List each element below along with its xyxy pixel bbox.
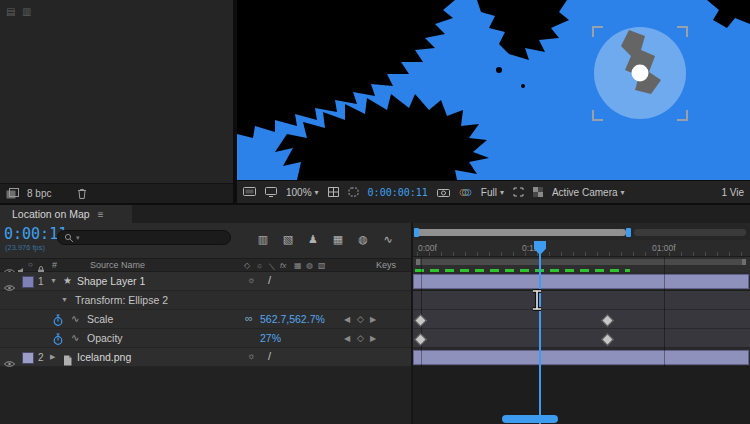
- timeline-zoom-scrollbar-thumb[interactable]: [502, 415, 558, 423]
- switch-col-rasterize-icon: ☼: [256, 261, 263, 270]
- prev-keyframe-icon[interactable]: ◀: [344, 315, 350, 324]
- island-dot-2: [521, 84, 525, 88]
- row-separator: [413, 290, 750, 291]
- twirl-closed-icon[interactable]: ▶: [50, 353, 55, 361]
- transparency-grid-icon[interactable]: [533, 187, 543, 197]
- draft-3d-icon[interactable]: ▧: [278, 231, 298, 247]
- map-location-dot[interactable]: [632, 65, 649, 82]
- search-icon: [64, 233, 74, 243]
- column-keys: Keys: [376, 260, 396, 270]
- layer-row-iceland-png[interactable]: 2 ▶ Iceland.png ☼ /: [0, 348, 411, 367]
- work-area-end-handle[interactable]: [742, 259, 746, 265]
- ruler-label-2: 01:00f: [652, 243, 676, 253]
- work-area-bar[interactable]: [416, 259, 746, 265]
- quality-switch[interactable]: /: [268, 350, 271, 362]
- work-area-start-handle[interactable]: [416, 259, 420, 265]
- view-layout-dropdown[interactable]: 1 Vie: [721, 187, 744, 198]
- mini-flowchart-icon[interactable]: ▥: [253, 231, 273, 247]
- navigator-start-handle[interactable]: [414, 228, 419, 237]
- track-rows-properties[interactable]: [413, 291, 750, 348]
- time-ruler[interactable]: [413, 240, 750, 257]
- ruler-label-0: 0:00f: [418, 243, 437, 253]
- mask-visibility-icon[interactable]: [348, 187, 359, 197]
- next-keyframe-icon[interactable]: ▶: [370, 315, 376, 324]
- property-name[interactable]: Opacity: [87, 332, 123, 344]
- frame-rate-label: (23.976 fps): [5, 243, 45, 252]
- layer-name[interactable]: Iceland.png: [77, 351, 131, 363]
- scale-value[interactable]: 562.7,562.7%: [260, 313, 325, 325]
- layer-row-shape-layer-1[interactable]: 1 ▼ ★ Shape Layer 1 ☼ /: [0, 272, 411, 291]
- navigator-end-handle[interactable]: [626, 228, 631, 237]
- main-monitor-icon[interactable]: [265, 187, 277, 197]
- collapse-transformations-switch[interactable]: ☼: [247, 275, 255, 285]
- layer-color-chip[interactable]: [22, 276, 34, 288]
- composition-viewport[interactable]: [237, 0, 750, 180]
- trash-icon[interactable]: [77, 188, 87, 199]
- magnification-dropdown[interactable]: 100% ▾: [286, 187, 319, 198]
- layer-duration-bar-shape-layer-1[interactable]: [413, 274, 749, 289]
- timeline-search-input[interactable]: ▾: [57, 230, 231, 245]
- shy-layers-icon[interactable]: ♟: [303, 231, 323, 247]
- graph-editor-set-icon[interactable]: ∿: [71, 332, 79, 343]
- constrain-proportions-icon[interactable]: ∞: [245, 312, 253, 324]
- group-row-transform-ellipse-2[interactable]: ▼ Transform: Ellipse 2: [0, 291, 411, 310]
- add-keyframe-icon[interactable]: ◇: [357, 314, 364, 324]
- camera-view-value: Active Camera: [552, 187, 618, 198]
- grid-guides-icon[interactable]: [328, 187, 339, 197]
- layer-color-chip[interactable]: [22, 352, 34, 364]
- row-separator: [413, 347, 750, 348]
- project-panel-tab-icon[interactable]: ▤: [6, 6, 15, 17]
- group-name[interactable]: Transform: Ellipse 2: [75, 294, 168, 306]
- panel-menu-icon[interactable]: ≡: [98, 209, 104, 220]
- project-panel-tab-icon-2[interactable]: ▥: [22, 6, 31, 17]
- row-separator: [413, 328, 750, 329]
- property-row-scale[interactable]: ∿ Scale ∞ 562.7,562.7% ◀ ◇ ▶: [0, 310, 411, 329]
- chevron-down-icon: ▾: [500, 188, 504, 197]
- search-options-caret-icon[interactable]: ▾: [76, 234, 80, 242]
- current-time-indicator-line[interactable]: [539, 241, 541, 424]
- timeline-left-empty-area: [0, 367, 411, 424]
- always-preview-icon[interactable]: [243, 187, 256, 197]
- property-row-opacity[interactable]: ∿ Opacity 27% ◀ ◇ ▶: [0, 329, 411, 348]
- twirl-open-icon[interactable]: ▼: [50, 277, 57, 284]
- graph-editor-set-icon[interactable]: ∿: [71, 313, 79, 324]
- show-channels-icon[interactable]: [459, 188, 472, 197]
- 3d-view-dropdown[interactable]: Active Camera ▾: [552, 187, 625, 198]
- time-navigator-track[interactable]: [634, 229, 746, 236]
- view-layout-value: 1 Vie: [721, 187, 744, 198]
- collapse-transformations-switch[interactable]: ☼: [247, 351, 255, 361]
- layer-name[interactable]: Shape Layer 1: [77, 275, 145, 287]
- add-keyframe-icon[interactable]: ◇: [357, 333, 364, 343]
- opacity-value[interactable]: 27%: [260, 332, 281, 344]
- snapshot-camera-icon[interactable]: [437, 188, 450, 197]
- region-of-interest-icon[interactable]: [513, 187, 524, 197]
- resolution-dropdown[interactable]: Full ▾: [481, 187, 504, 198]
- motion-blur-icon[interactable]: ◍: [353, 231, 373, 247]
- chevron-down-icon: ▾: [621, 188, 625, 197]
- color-depth-icon[interactable]: [6, 188, 19, 199]
- time-navigator-thumb[interactable]: [416, 229, 626, 236]
- shape-layer-icon: ★: [63, 275, 72, 286]
- landmass-top-right: [707, 0, 750, 28]
- column-source-name[interactable]: Source Name: [90, 260, 145, 270]
- timeline-tabbar: Location on Map ≡: [0, 205, 750, 223]
- viewer-timecode[interactable]: 0:00:00:11: [368, 187, 428, 198]
- island-dot: [496, 67, 502, 73]
- frame-blending-icon[interactable]: ▦: [328, 231, 348, 247]
- prev-keyframe-icon[interactable]: ◀: [344, 334, 350, 343]
- property-name[interactable]: Scale: [87, 313, 113, 325]
- switch-col-frame-blend-icon: ▦: [294, 261, 302, 270]
- graph-editor-icon[interactable]: ∿: [378, 231, 398, 247]
- project-panel-footer: 8 bpc: [0, 183, 233, 203]
- next-keyframe-icon[interactable]: ▶: [370, 334, 376, 343]
- layer-duration-bar-iceland-png[interactable]: [413, 350, 749, 365]
- after-effects-window: ▤ ▥ 8 bpc: [0, 0, 750, 424]
- comp-canvas: [237, 0, 750, 180]
- row-separator: [413, 309, 750, 310]
- tab-location-on-map[interactable]: Location on Map ≡: [0, 205, 132, 223]
- chevron-down-icon: ▾: [315, 188, 319, 197]
- track-empty-area: [413, 367, 750, 424]
- quality-switch[interactable]: /: [268, 274, 271, 286]
- bit-depth-label[interactable]: 8 bpc: [27, 188, 51, 199]
- twirl-open-icon[interactable]: ▼: [61, 296, 68, 303]
